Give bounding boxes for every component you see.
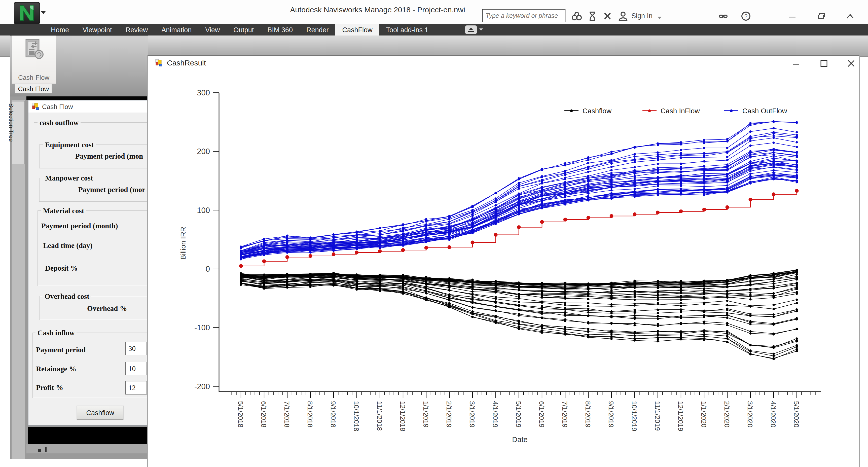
svg-text:7/1/2019: 7/1/2019 — [561, 401, 568, 428]
svg-text:5/1/2020: 5/1/2020 — [793, 401, 800, 428]
inflow-payment-period-label: Payment period — [36, 346, 86, 354]
svg-text:-100: -100 — [194, 323, 210, 332]
ribbon-tab-bar: HomeViewpointReviewAnimationViewOutputBI… — [0, 24, 868, 35]
svg-text:11/1/2018: 11/1/2018 — [376, 401, 383, 431]
cashresult-window: 3002001000-100-2005/1/20186/1/20187/1/20… — [147, 55, 860, 467]
search-box[interactable] — [482, 9, 566, 22]
ribbon-tab-view[interactable]: View — [198, 24, 226, 35]
navisworks-app-menu-button[interactable] — [14, 2, 40, 24]
ribbon-tab-animation[interactable]: Animation — [155, 24, 198, 35]
svg-text:1/1/2019: 1/1/2019 — [422, 401, 430, 428]
svg-text:5/1/2018: 5/1/2018 — [237, 401, 244, 428]
search-input[interactable] — [483, 9, 565, 22]
cashflow-ribbon-button-label: Cash-Flow — [12, 74, 56, 82]
ribbon-tab-output[interactable]: Output — [226, 24, 260, 35]
svg-text:2/1/2020: 2/1/2020 — [723, 401, 731, 428]
group-material-cost-label: Material cost — [41, 207, 86, 215]
retainage-percent-label: Retainage % — [36, 365, 76, 373]
svg-text:7/1/2018: 7/1/2018 — [283, 401, 290, 428]
svg-text:8/1/2019: 8/1/2019 — [584, 401, 592, 428]
payment-period-input[interactable] — [125, 342, 147, 355]
svg-text:300: 300 — [197, 88, 210, 97]
svg-text:Cashflow: Cashflow — [583, 107, 612, 115]
close-button[interactable] — [845, 57, 858, 70]
lead-time-label: Lead time (day) — [43, 242, 93, 250]
material-payment-period-label: Payment period (month) — [41, 222, 118, 230]
restore-window-icon[interactable] — [815, 10, 828, 22]
ribbon-tab-cashflow[interactable]: CashFlow — [335, 24, 379, 35]
svg-text:6/1/2018: 6/1/2018 — [260, 401, 267, 428]
ribbon-tab-viewpoint[interactable]: Viewpoint — [76, 24, 119, 35]
svg-text:?: ? — [744, 13, 747, 20]
maximize-button[interactable] — [817, 57, 831, 70]
selection-tree-tab-label: Selection Tree — [7, 103, 14, 142]
svg-text:8/1/2018: 8/1/2018 — [306, 401, 314, 428]
ribbon-tab-bim-360[interactable]: BIM 360 — [260, 24, 300, 35]
cashresult-titlebar[interactable]: CashResult — [148, 56, 859, 71]
cashflow-chart: 3002001000-100-2005/1/20186/1/20187/1/20… — [148, 56, 859, 467]
svg-text:4/1/2019: 4/1/2019 — [491, 401, 499, 428]
retainage-input[interactable] — [125, 362, 147, 375]
clear-search-icon[interactable] — [602, 10, 613, 22]
svg-text:3/1/2020: 3/1/2020 — [746, 401, 754, 428]
manpower-payment-period-label: Paymnet period (mor — [78, 186, 145, 194]
svg-text:11/1/2019: 11/1/2019 — [653, 401, 661, 431]
profit-input[interactable] — [125, 381, 147, 395]
svg-text:6/1/2019: 6/1/2019 — [538, 401, 545, 428]
svg-text:10/1/2018: 10/1/2018 — [352, 401, 360, 431]
hourglass-icon[interactable] — [587, 10, 598, 22]
overhead-percent-label: Overhead % — [87, 304, 127, 313]
navisworks-logo-icon — [18, 4, 36, 22]
svg-text:Billion IRR: Billion IRR — [179, 227, 187, 260]
svg-text:5/1/2019: 5/1/2019 — [515, 401, 522, 428]
link-icon[interactable] — [717, 10, 729, 22]
dialog-title: Cash Flow — [42, 103, 73, 111]
deposit-percent-label: Deposit % — [45, 264, 78, 272]
caret-up-icon[interactable] — [844, 10, 857, 22]
sign-in-caret-icon[interactable] — [657, 17, 661, 19]
winforms-app-icon — [32, 103, 39, 110]
winforms-app-icon — [155, 59, 163, 67]
help-icon[interactable]: ? — [740, 10, 752, 22]
cashflow-ribbon-button[interactable]: Cash-Flow — [11, 35, 56, 84]
svg-text:0: 0 — [206, 264, 210, 273]
app-menu-caret-icon[interactable] — [41, 11, 46, 14]
svg-text:9/1/2018: 9/1/2018 — [329, 401, 337, 428]
sign-in-button[interactable]: Sign In — [631, 12, 652, 20]
group-cash-outflow-label: cash outflow — [37, 119, 81, 127]
minimize-button[interactable] — [789, 57, 802, 70]
svg-text:1/1/2020: 1/1/2020 — [700, 401, 707, 428]
group-manpower-cost-label: Manpower cost — [43, 174, 95, 182]
signin-person-icon[interactable] — [617, 10, 629, 22]
ribbon-tab-home[interactable]: Home — [44, 24, 76, 35]
ribbon-options-caret-icon[interactable] — [479, 28, 483, 31]
svg-text:-200: -200 — [194, 382, 210, 391]
equipment-payment-period-label: Payment period (mon — [75, 152, 143, 160]
svg-text:9/1/2019: 9/1/2019 — [607, 401, 615, 428]
cash-flow-dialog: Cash Flow cash outflow Equipment cost Pa… — [28, 100, 159, 426]
svg-text:4/1/2020: 4/1/2020 — [769, 401, 777, 428]
collapse-arrow-icon — [469, 28, 473, 30]
clipped-text-fragment — [38, 449, 41, 452]
svg-text:Cash OutFlow: Cash OutFlow — [742, 107, 787, 115]
profit-percent-label: Profit % — [36, 383, 63, 392]
ribbon-collapse-button[interactable] — [465, 25, 477, 34]
cash-flow-document-icon — [24, 39, 44, 60]
ribbon-tabs: HomeViewpointReviewAnimationViewOutputBI… — [44, 24, 435, 35]
svg-text:10/1/2019: 10/1/2019 — [630, 401, 638, 431]
ribbon-tab-tool-add-ins-1[interactable]: Tool add-ins 1 — [379, 24, 435, 35]
svg-text:12/1/2018: 12/1/2018 — [399, 401, 406, 431]
svg-text:Date: Date — [512, 436, 527, 444]
svg-text:200: 200 — [197, 147, 210, 156]
cashflow-button[interactable]: Cashflow — [77, 406, 123, 420]
group-equipment-cost-label: Equipment cost — [43, 141, 96, 149]
clipped-text-fragment — [45, 447, 46, 452]
ribbon-group-tab-cash-flow[interactable]: Cash Flow — [15, 84, 52, 93]
cash-flow-dialog-titlebar[interactable]: Cash Flow — [28, 100, 159, 113]
minimize-window-icon[interactable] — [786, 10, 799, 22]
dock-divider-bar — [26, 96, 148, 100]
ribbon-tab-review[interactable]: Review — [119, 24, 155, 35]
ribbon-tab-render[interactable]: Render — [300, 24, 336, 35]
search-binoculars-icon[interactable] — [571, 10, 583, 22]
window-title: CashResult — [167, 59, 206, 67]
